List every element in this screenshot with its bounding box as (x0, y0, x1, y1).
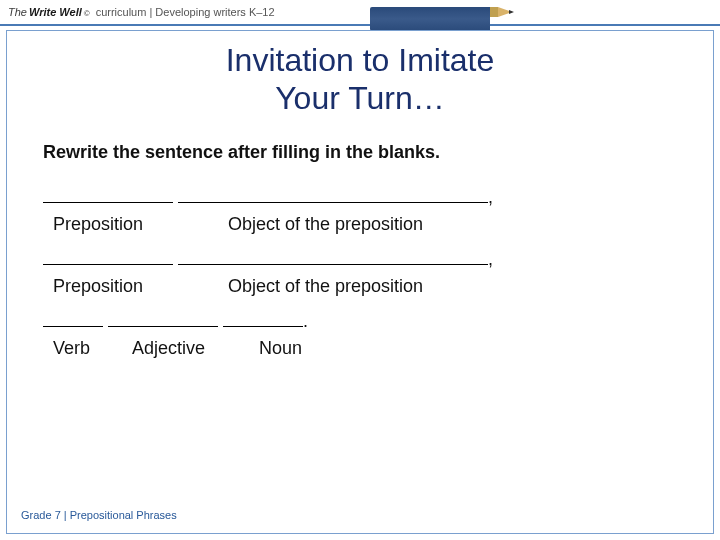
blank-preposition-1 (43, 189, 173, 203)
brand-the: The (8, 6, 27, 18)
slide-body: Rewrite the sentence after filling in th… (7, 118, 713, 359)
content-frame: Invitation to Imitate Your Turn… Rewrite… (6, 30, 714, 534)
instruction-text: Rewrite the sentence after filling in th… (43, 142, 677, 163)
label-verb: Verb (53, 338, 117, 359)
blank-row-1: , (43, 187, 677, 208)
blank-verb (43, 313, 103, 327)
footer-text: Grade 7 | Prepositional Phrases (21, 509, 177, 521)
blank-adjective (108, 313, 218, 327)
label-preposition-2: Preposition (53, 276, 193, 297)
blank-row-2: , (43, 249, 677, 270)
label-adjective: Adjective (122, 338, 236, 359)
comma-2: , (488, 249, 493, 269)
pencil-icon (370, 4, 520, 20)
label-row-3: Verb Adjective Noun (43, 338, 677, 359)
slide-title: Invitation to Imitate Your Turn… (7, 41, 713, 118)
slide: The Write Well © curriculum | Developing… (0, 0, 720, 540)
title-line-1: Invitation to Imitate (7, 41, 713, 79)
label-row-2: Preposition Object of the preposition (43, 276, 677, 297)
brand-rest: curriculum | Developing writers K–12 (96, 6, 275, 18)
brand: The Write Well © curriculum | Developing… (8, 6, 275, 18)
period: . (303, 311, 308, 331)
blank-noun (223, 313, 303, 327)
comma-1: , (488, 187, 493, 207)
brand-name: Write Well (29, 6, 82, 18)
title-line-2: Your Turn… (7, 79, 713, 117)
label-noun: Noun (241, 338, 325, 359)
blank-object-2 (178, 251, 488, 265)
blank-row-3: . (43, 311, 677, 332)
label-row-1: Preposition Object of the preposition (43, 214, 677, 235)
brand-mark: © (84, 9, 90, 18)
label-object-1: Object of the preposition (198, 214, 498, 235)
blank-preposition-2 (43, 251, 173, 265)
blank-object-1 (178, 189, 488, 203)
label-object-2: Object of the preposition (198, 276, 498, 297)
label-preposition-1: Preposition (53, 214, 193, 235)
top-bar: The Write Well © curriculum | Developing… (0, 0, 720, 26)
